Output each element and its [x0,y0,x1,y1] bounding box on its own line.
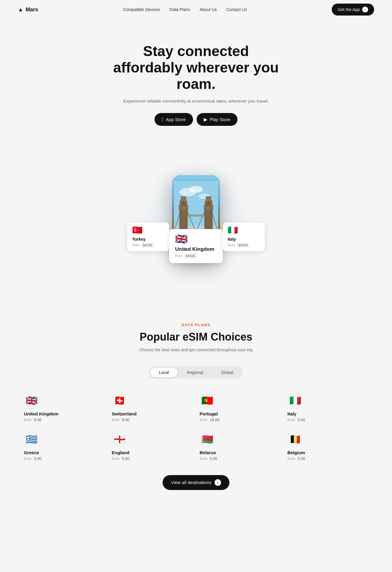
dest-price-amount: 5.00 [298,456,305,461]
dest-from-label: from [24,456,32,461]
dest-from-label: from [288,418,295,422]
tab-local[interactable]: Local [150,368,177,377]
destination-item[interactable]: 🇵🇹 Portugal from 16.00 [200,393,280,422]
dest-country-name: Portugal [200,411,280,416]
turkey-price: from $4/GB [132,243,164,248]
turkey-flag-icon: 🇹🇷 [132,226,164,234]
destination-item[interactable]: 🇮🇹 Italy from 5.00 [288,393,368,422]
section-title: Popular eSIM Choices [24,331,368,343]
dest-price-amount: 5.00 [210,456,217,461]
dest-flag-icon: 🇵🇹 [200,393,215,408]
get-app-label: Get the App [338,7,360,12]
nav-contact-us[interactable]: Contact Us [226,7,247,12]
view-all-button[interactable]: View all destinations › [163,475,229,490]
turkey-country-name: Turkey [132,237,164,242]
dest-country-name: Switzerland [112,411,193,416]
dest-flag-icon: 🇮🇹 [288,393,303,408]
nav-about-us[interactable]: About Us [200,7,217,12]
plan-tabs: Local Regional Global [149,367,243,378]
destination-item[interactable]: 🏴󠁧󠁢󠁥󠁮󠁧󠁿 England from 5.00 [112,432,193,461]
section-subtitle: Choose the best ones and get connected t… [24,347,368,352]
dest-from-label: from [112,456,120,461]
destination-item[interactable]: 🇧🇾 Belarus from 5.00 [200,432,280,461]
phone-section: 🇹🇷 Turkey from $4/GB [0,156,392,281]
svg-rect-10 [181,196,186,201]
dest-flag-icon: 🇧🇾 [200,432,215,447]
dest-country-name: Belgium [288,450,368,455]
navbar: ▲ Mars Compatible Devices Data Plans Abo… [0,0,392,19]
dest-flag-icon: 🏴󠁧󠁢󠁥󠁮󠁧󠁿 [112,432,127,447]
dest-from-label: from [112,418,120,422]
dest-price: from 5.00 [288,418,368,422]
destination-item[interactable]: 🇨🇭 Switzerland from 9.00 [112,393,193,422]
destination-item[interactable]: 🇬🇧 United Kingdom from 6.00 [24,393,105,422]
nav-links: Compatible Devices Data Plans About Us C… [123,7,247,12]
dest-price: from 16.00 [200,418,280,422]
destination-item[interactable]: 🇬🇷 Greece from 5.00 [24,432,105,461]
hero-subtitle: Experience reliable connectivity at econ… [6,98,386,103]
dest-flag-icon: 🇨🇭 [112,393,127,408]
dest-country-name: United Kingdom [24,411,105,416]
dest-country-name: Greece [24,450,105,455]
dest-from-label: from [24,418,32,422]
dest-country-name: England [112,450,193,455]
dest-price-amount: 5.00 [34,456,41,461]
section-tag: DATA PLANS [24,323,368,327]
view-all-wrap: View all destinations › [24,475,368,490]
dest-price: from 6.00 [24,418,105,422]
italy-price: from $4/GB [228,243,260,248]
logo-icon: ▲ [18,7,23,13]
uk-country-name: United Kingdom [175,246,217,252]
svg-rect-19 [188,214,204,216]
dest-price: from 5.00 [288,456,368,461]
card-turkey[interactable]: 🇹🇷 Turkey from $4/GB [127,222,169,251]
nav-compatible-devices[interactable]: Compatible Devices [123,7,160,12]
playstore-button[interactable]: ▶ Play Store [197,113,237,126]
dest-price-amount: 5.00 [122,456,129,461]
dest-from-label: from [200,456,207,461]
dest-from-label: from [288,456,295,461]
card-uk[interactable]: 🇬🇧 United Kingdom from $4/GB [169,229,223,263]
dest-price: from 5.00 [200,456,280,461]
logo-text: Mars [26,7,38,13]
tab-regional[interactable]: Regional [178,368,212,377]
dest-price-amount: 16.00 [210,418,220,422]
dest-flag-icon: 🇧🇪 [288,432,303,447]
dest-flag-icon: 🇬🇷 [24,432,39,447]
card-italy[interactable]: 🇮🇹 Italy from $4/GB [223,222,265,251]
get-app-button[interactable]: Get the App › [332,4,374,16]
dest-price: from 9.00 [112,418,193,422]
italy-flag-icon: 🇮🇹 [228,226,260,234]
data-plans-section: DATA PLANS Popular eSIM Choices Choose t… [0,305,392,508]
uk-price: from $4/GB [175,253,217,258]
get-app-arrow-icon: › [362,7,368,13]
appstore-button[interactable]:  App Store [155,113,193,126]
view-all-label: View all destinations [171,480,212,485]
dest-country-name: Italy [288,411,368,416]
logo[interactable]: ▲ Mars [18,7,38,13]
hero-section: Stay connected affordably wherever you r… [0,19,392,156]
destination-item[interactable]: 🇧🇪 Belgium from 5.00 [288,432,368,461]
appstore-label: App Store [166,117,186,122]
svg-point-4 [189,186,203,192]
dest-flag-icon: 🇬🇧 [24,393,39,408]
dest-price-amount: 5.00 [298,418,305,422]
dest-price: from 5.00 [24,456,105,461]
dest-price-amount: 9.00 [122,418,129,422]
hero-title: Stay connected affordably wherever you r… [107,43,285,92]
hero-buttons:  App Store ▶ Play Store [6,113,386,126]
nav-data-plans[interactable]: Data Plans [170,7,190,12]
uk-flag-icon: 🇬🇧 [175,234,217,244]
dest-from-label: from [200,418,207,422]
svg-rect-14 [206,196,212,201]
dest-price-amount: 6.00 [34,418,41,422]
dest-country-name: Belarus [200,450,280,455]
apple-icon:  [162,117,163,122]
view-all-arrow-icon: › [214,479,221,486]
play-icon: ▶ [204,117,207,122]
playstore-label: Play Store [210,117,230,122]
tab-global[interactable]: Global [213,368,241,377]
destinations-grid: 🇬🇧 United Kingdom from 6.00 🇨🇭 Switzerla… [24,393,368,461]
italy-country-name: Italy [228,237,260,242]
dest-price: from 5.00 [112,456,193,461]
